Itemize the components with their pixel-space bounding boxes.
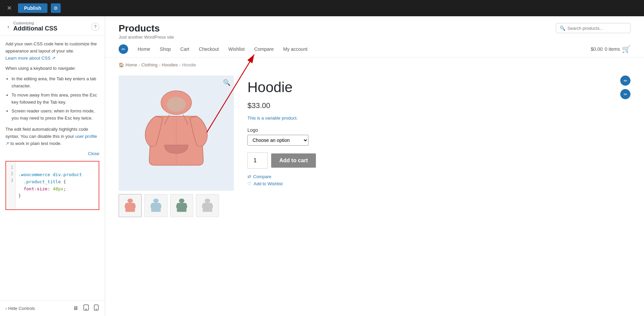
nav-edit-button[interactable]: ✏ — [119, 44, 128, 54]
keyboard-heading: When using a keyboard to navigate: — [5, 65, 99, 72]
thumbnail-3[interactable] — [170, 194, 193, 217]
add-to-cart-row: Add to cart — [247, 152, 630, 169]
back-button[interactable]: ‹ — [5, 23, 11, 30]
product-thumbnails — [119, 194, 234, 217]
product-details: ✏ ✏ Hoodie $33.00 This is a variable pro… — [247, 76, 630, 188]
top-bar: ✕ Publish ⚙ — [0, 0, 644, 16]
main-layout: ‹ Customizing Additional CSS ? Add your … — [0, 16, 644, 316]
breadcrumb-sep-1: › — [139, 62, 140, 67]
variation-select[interactable]: Choose an option — [247, 135, 308, 146]
external-link-icon-2: ↗ — [5, 141, 9, 146]
site-title-area: Products Just another WordPress site 🔍 — [119, 23, 630, 40]
product-title: Hoodie — [247, 79, 630, 96]
wishlist-link[interactable]: ♡ Add to Wishlist — [247, 181, 630, 186]
keyboard-tip-1: In the editing area, the Tab key enters … — [12, 76, 99, 90]
pencil-icon: ✏ — [122, 47, 125, 52]
preview-area: Products Just another WordPress site 🔍 ✏… — [105, 16, 644, 316]
keyboard-tip-3: Screen reader users: when in forms mode,… — [12, 108, 99, 122]
site-identity: Products Just another WordPress site — [119, 23, 174, 40]
sidebar-content: Add your own CSS code here to customize … — [0, 36, 105, 300]
breadcrumb: 🏠 Home › Clothing › Hoodies › Hoodie — [105, 58, 644, 72]
main-product-image[interactable]: 🔍 — [119, 76, 234, 191]
product-edit-button-2[interactable]: ✏ — [620, 89, 630, 99]
site-header: Products Just another WordPress site 🔍 ✏… — [105, 16, 644, 58]
mobile-icon — [94, 306, 99, 312]
add-to-cart-button[interactable]: Add to cart — [271, 153, 316, 168]
nav-home[interactable]: Home — [138, 46, 150, 52]
product-price: $33.00 — [247, 101, 630, 110]
svg-point-11 — [179, 198, 184, 203]
close-button[interactable]: ✕ — [4, 3, 15, 13]
hide-controls-button[interactable]: ‹ Hide Controls — [5, 306, 35, 311]
css-code-display: .woocommerce div.product .product_title … — [16, 162, 99, 209]
compare-link[interactable]: ⇄ Compare — [247, 174, 630, 179]
breadcrumb-clothing[interactable]: Clothing — [141, 62, 158, 67]
css-editor-area: 1 2 3 .woocommerce div.product .product_… — [5, 161, 99, 210]
desktop-icon: 🖥 — [73, 305, 78, 311]
pencil-icon-2: ✏ — [624, 92, 627, 97]
svg-point-9 — [127, 198, 133, 203]
cart-area: $0.00 0 items 🛒 — [591, 45, 630, 53]
line-numbers: 1 2 3 — [6, 162, 16, 209]
publish-button[interactable]: Publish — [18, 3, 47, 13]
thumbnail-1[interactable] — [119, 194, 142, 217]
thumbnail-4[interactable] — [196, 194, 219, 217]
pencil-icon-1: ✏ — [624, 78, 627, 83]
navigation: ✏ Home Shop Cart Checkout Wishlist Compa… — [119, 44, 630, 54]
variation-section: Logo Choose an option — [247, 127, 630, 146]
nav-compare[interactable]: Compare — [254, 46, 274, 52]
product-images: 🔍 — [119, 76, 234, 217]
search-box[interactable]: 🔍 — [556, 23, 630, 33]
sidebar-title-block: Customizing Additional CSS — [13, 21, 91, 32]
keyboard-tips-list: In the editing area, the Tab key enters … — [12, 76, 99, 122]
breadcrumb-home[interactable]: Home — [125, 62, 137, 67]
product-edit-button-1[interactable]: ✏ — [620, 76, 630, 86]
customizing-label: Customizing — [13, 21, 91, 25]
breadcrumb-sep-3: › — [179, 62, 181, 67]
search-icon: 🔍 — [560, 25, 565, 31]
svg-point-1 — [86, 309, 86, 310]
help-button[interactable]: ? — [91, 23, 99, 31]
learn-more-link[interactable]: Learn more about CSS ↗ — [5, 56, 56, 61]
sidebar: ‹ Customizing Additional CSS ? Add your … — [0, 16, 105, 316]
heart-icon: ♡ — [247, 181, 251, 186]
nav-shop[interactable]: Shop — [160, 46, 171, 52]
close-link[interactable]: Close — [5, 150, 99, 157]
quantity-input[interactable] — [247, 152, 268, 169]
site-tagline: Just another WordPress site — [119, 35, 174, 40]
nav-cart[interactable]: Cart — [180, 46, 189, 52]
svg-point-3 — [96, 309, 97, 310]
gear-button[interactable]: ⚙ — [51, 3, 61, 13]
compare-icon: ⇄ — [247, 174, 251, 179]
svg-point-10 — [153, 198, 159, 203]
external-link-icon: ↗ — [52, 56, 56, 61]
nav-wishlist[interactable]: Wishlist — [228, 46, 245, 52]
nav-myaccount[interactable]: My account — [283, 46, 308, 52]
sidebar-footer: ‹ Hide Controls 🖥 — [0, 300, 105, 316]
mobile-icon-button[interactable] — [93, 304, 99, 313]
edit-note: The edit field automatically highlights … — [5, 126, 99, 147]
svg-point-5 — [167, 97, 186, 112]
home-icon: 🏠 — [119, 62, 124, 67]
search-input[interactable] — [567, 26, 627, 31]
sidebar-header: ‹ Customizing Additional CSS ? — [0, 16, 105, 36]
breadcrumb-hoodies[interactable]: Hoodies — [162, 62, 178, 67]
cart-items-count: 0 items — [605, 46, 620, 52]
cart-icon[interactable]: 🛒 — [622, 45, 630, 53]
product-area: 🔍 — [105, 72, 644, 231]
svg-point-12 — [205, 198, 210, 203]
desktop-icon-button[interactable]: 🖥 — [72, 304, 79, 313]
tablet-icon — [83, 306, 89, 312]
site-title: Products — [119, 23, 174, 34]
device-icons: 🖥 — [72, 304, 99, 313]
thumbnail-2[interactable] — [144, 194, 167, 217]
variation-label: Logo — [247, 127, 630, 133]
product-description: This is a variable product. — [247, 115, 630, 121]
zoom-icon[interactable]: 🔍 — [223, 79, 230, 86]
cart-total: $0.00 — [591, 46, 603, 52]
tablet-icon-button[interactable] — [82, 304, 90, 313]
sidebar-title: Additional CSS — [13, 25, 91, 32]
breadcrumb-current: Hoodie — [182, 62, 196, 67]
nav-checkout[interactable]: Checkout — [199, 46, 219, 52]
keyboard-tip-2: To move away from this area, press the E… — [12, 92, 99, 106]
